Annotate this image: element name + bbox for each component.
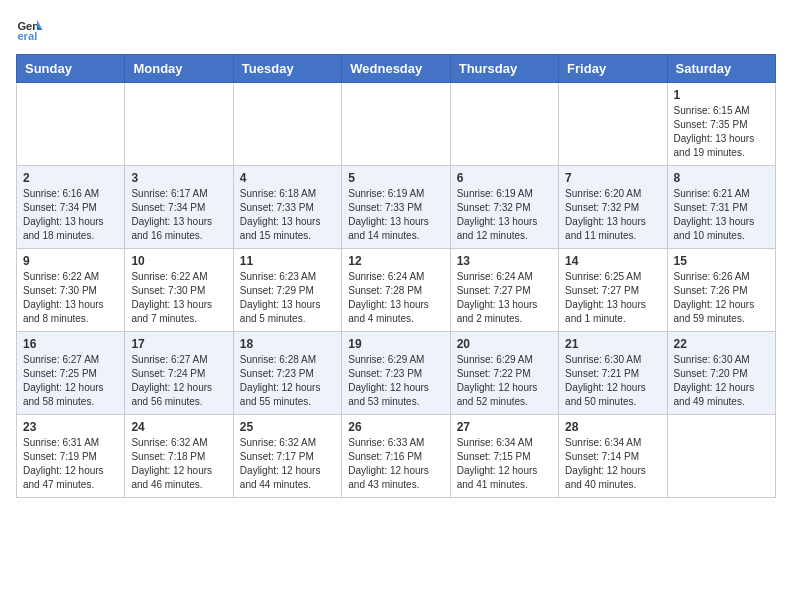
- day-number: 19: [348, 337, 443, 351]
- calendar-week-4: 16Sunrise: 6:27 AM Sunset: 7:25 PM Dayli…: [17, 332, 776, 415]
- day-info: Sunrise: 6:24 AM Sunset: 7:28 PM Dayligh…: [348, 270, 443, 326]
- day-number: 17: [131, 337, 226, 351]
- day-number: 14: [565, 254, 660, 268]
- day-number: 5: [348, 171, 443, 185]
- calendar-cell: 4Sunrise: 6:18 AM Sunset: 7:33 PM Daylig…: [233, 166, 341, 249]
- day-number: 2: [23, 171, 118, 185]
- calendar-cell: 8Sunrise: 6:21 AM Sunset: 7:31 PM Daylig…: [667, 166, 775, 249]
- calendar-cell: [125, 83, 233, 166]
- day-number: 9: [23, 254, 118, 268]
- day-info: Sunrise: 6:18 AM Sunset: 7:33 PM Dayligh…: [240, 187, 335, 243]
- day-number: 28: [565, 420, 660, 434]
- day-header-friday: Friday: [559, 55, 667, 83]
- calendar-cell: 15Sunrise: 6:26 AM Sunset: 7:26 PM Dayli…: [667, 249, 775, 332]
- day-number: 7: [565, 171, 660, 185]
- day-number: 25: [240, 420, 335, 434]
- day-header-monday: Monday: [125, 55, 233, 83]
- calendar-cell: 6Sunrise: 6:19 AM Sunset: 7:32 PM Daylig…: [450, 166, 558, 249]
- day-info: Sunrise: 6:24 AM Sunset: 7:27 PM Dayligh…: [457, 270, 552, 326]
- calendar-cell: 5Sunrise: 6:19 AM Sunset: 7:33 PM Daylig…: [342, 166, 450, 249]
- day-number: 10: [131, 254, 226, 268]
- day-number: 13: [457, 254, 552, 268]
- day-info: Sunrise: 6:34 AM Sunset: 7:15 PM Dayligh…: [457, 436, 552, 492]
- calendar-cell: 25Sunrise: 6:32 AM Sunset: 7:17 PM Dayli…: [233, 415, 341, 498]
- day-header-sunday: Sunday: [17, 55, 125, 83]
- calendar-cell: 18Sunrise: 6:28 AM Sunset: 7:23 PM Dayli…: [233, 332, 341, 415]
- calendar-cell: [667, 415, 775, 498]
- day-info: Sunrise: 6:19 AM Sunset: 7:33 PM Dayligh…: [348, 187, 443, 243]
- calendar-cell: [17, 83, 125, 166]
- calendar-week-1: 1Sunrise: 6:15 AM Sunset: 7:35 PM Daylig…: [17, 83, 776, 166]
- day-info: Sunrise: 6:30 AM Sunset: 7:20 PM Dayligh…: [674, 353, 769, 409]
- calendar-cell: 17Sunrise: 6:27 AM Sunset: 7:24 PM Dayli…: [125, 332, 233, 415]
- day-info: Sunrise: 6:20 AM Sunset: 7:32 PM Dayligh…: [565, 187, 660, 243]
- day-number: 20: [457, 337, 552, 351]
- day-info: Sunrise: 6:30 AM Sunset: 7:21 PM Dayligh…: [565, 353, 660, 409]
- day-number: 15: [674, 254, 769, 268]
- day-number: 18: [240, 337, 335, 351]
- day-info: Sunrise: 6:28 AM Sunset: 7:23 PM Dayligh…: [240, 353, 335, 409]
- calendar-cell: 13Sunrise: 6:24 AM Sunset: 7:27 PM Dayli…: [450, 249, 558, 332]
- calendar-cell: 21Sunrise: 6:30 AM Sunset: 7:21 PM Dayli…: [559, 332, 667, 415]
- day-number: 1: [674, 88, 769, 102]
- day-info: Sunrise: 6:23 AM Sunset: 7:29 PM Dayligh…: [240, 270, 335, 326]
- day-header-thursday: Thursday: [450, 55, 558, 83]
- calendar-cell: 3Sunrise: 6:17 AM Sunset: 7:34 PM Daylig…: [125, 166, 233, 249]
- day-info: Sunrise: 6:26 AM Sunset: 7:26 PM Dayligh…: [674, 270, 769, 326]
- calendar-week-3: 9Sunrise: 6:22 AM Sunset: 7:30 PM Daylig…: [17, 249, 776, 332]
- day-info: Sunrise: 6:32 AM Sunset: 7:18 PM Dayligh…: [131, 436, 226, 492]
- calendar-cell: 9Sunrise: 6:22 AM Sunset: 7:30 PM Daylig…: [17, 249, 125, 332]
- calendar-cell: 19Sunrise: 6:29 AM Sunset: 7:23 PM Dayli…: [342, 332, 450, 415]
- day-info: Sunrise: 6:31 AM Sunset: 7:19 PM Dayligh…: [23, 436, 118, 492]
- day-info: Sunrise: 6:32 AM Sunset: 7:17 PM Dayligh…: [240, 436, 335, 492]
- calendar-week-5: 23Sunrise: 6:31 AM Sunset: 7:19 PM Dayli…: [17, 415, 776, 498]
- calendar-cell: 20Sunrise: 6:29 AM Sunset: 7:22 PM Dayli…: [450, 332, 558, 415]
- calendar-cell: 28Sunrise: 6:34 AM Sunset: 7:14 PM Dayli…: [559, 415, 667, 498]
- day-number: 26: [348, 420, 443, 434]
- logo: Gen eral: [16, 16, 48, 44]
- day-number: 11: [240, 254, 335, 268]
- day-number: 8: [674, 171, 769, 185]
- day-info: Sunrise: 6:27 AM Sunset: 7:25 PM Dayligh…: [23, 353, 118, 409]
- calendar-cell: 14Sunrise: 6:25 AM Sunset: 7:27 PM Dayli…: [559, 249, 667, 332]
- day-info: Sunrise: 6:22 AM Sunset: 7:30 PM Dayligh…: [131, 270, 226, 326]
- day-number: 3: [131, 171, 226, 185]
- calendar-cell: 10Sunrise: 6:22 AM Sunset: 7:30 PM Dayli…: [125, 249, 233, 332]
- day-number: 4: [240, 171, 335, 185]
- day-number: 16: [23, 337, 118, 351]
- calendar-cell: 26Sunrise: 6:33 AM Sunset: 7:16 PM Dayli…: [342, 415, 450, 498]
- calendar: SundayMondayTuesdayWednesdayThursdayFrid…: [16, 54, 776, 498]
- calendar-cell: [450, 83, 558, 166]
- day-info: Sunrise: 6:27 AM Sunset: 7:24 PM Dayligh…: [131, 353, 226, 409]
- calendar-week-2: 2Sunrise: 6:16 AM Sunset: 7:34 PM Daylig…: [17, 166, 776, 249]
- day-info: Sunrise: 6:17 AM Sunset: 7:34 PM Dayligh…: [131, 187, 226, 243]
- calendar-cell: [559, 83, 667, 166]
- day-info: Sunrise: 6:19 AM Sunset: 7:32 PM Dayligh…: [457, 187, 552, 243]
- day-info: Sunrise: 6:25 AM Sunset: 7:27 PM Dayligh…: [565, 270, 660, 326]
- day-number: 21: [565, 337, 660, 351]
- calendar-cell: 7Sunrise: 6:20 AM Sunset: 7:32 PM Daylig…: [559, 166, 667, 249]
- calendar-cell: 22Sunrise: 6:30 AM Sunset: 7:20 PM Dayli…: [667, 332, 775, 415]
- day-info: Sunrise: 6:33 AM Sunset: 7:16 PM Dayligh…: [348, 436, 443, 492]
- calendar-cell: 27Sunrise: 6:34 AM Sunset: 7:15 PM Dayli…: [450, 415, 558, 498]
- svg-text:eral: eral: [17, 30, 37, 42]
- day-number: 22: [674, 337, 769, 351]
- day-number: 23: [23, 420, 118, 434]
- day-number: 24: [131, 420, 226, 434]
- logo-icon: Gen eral: [16, 16, 44, 44]
- day-header-wednesday: Wednesday: [342, 55, 450, 83]
- day-info: Sunrise: 6:16 AM Sunset: 7:34 PM Dayligh…: [23, 187, 118, 243]
- calendar-cell: 11Sunrise: 6:23 AM Sunset: 7:29 PM Dayli…: [233, 249, 341, 332]
- day-info: Sunrise: 6:29 AM Sunset: 7:23 PM Dayligh…: [348, 353, 443, 409]
- day-info: Sunrise: 6:34 AM Sunset: 7:14 PM Dayligh…: [565, 436, 660, 492]
- calendar-cell: 24Sunrise: 6:32 AM Sunset: 7:18 PM Dayli…: [125, 415, 233, 498]
- day-info: Sunrise: 6:15 AM Sunset: 7:35 PM Dayligh…: [674, 104, 769, 160]
- day-header-saturday: Saturday: [667, 55, 775, 83]
- day-header-tuesday: Tuesday: [233, 55, 341, 83]
- calendar-header-row: SundayMondayTuesdayWednesdayThursdayFrid…: [17, 55, 776, 83]
- day-info: Sunrise: 6:29 AM Sunset: 7:22 PM Dayligh…: [457, 353, 552, 409]
- page-header: Gen eral: [16, 16, 776, 44]
- day-number: 27: [457, 420, 552, 434]
- calendar-cell: 16Sunrise: 6:27 AM Sunset: 7:25 PM Dayli…: [17, 332, 125, 415]
- day-info: Sunrise: 6:22 AM Sunset: 7:30 PM Dayligh…: [23, 270, 118, 326]
